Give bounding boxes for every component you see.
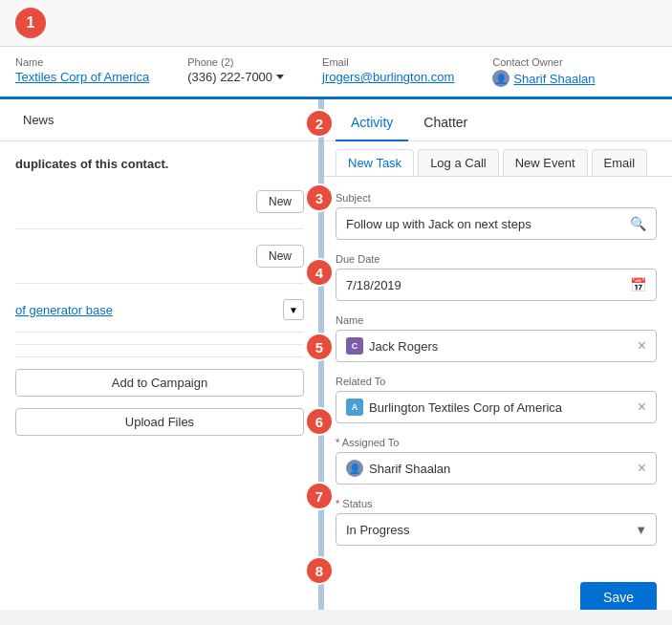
contact-name-value[interactable]: Textiles Corp of America (15, 70, 149, 84)
name-label: Name (15, 56, 149, 68)
related-to-entity-value: Burlington Textiles Corp of America (369, 400, 562, 415)
due-date-group: Due Date 7/18/2019 📅 (336, 253, 657, 301)
add-to-campaign-button[interactable]: Add to Campaign (15, 369, 304, 397)
name-entity-value: Jack Rogers (369, 339, 438, 354)
owner-label: Contact Owner (492, 56, 595, 68)
phone-value: (336) 222-7000 (187, 70, 272, 84)
owner-name: Sharif Shaalan (513, 72, 595, 86)
email-value[interactable]: jrogers@burlington.com (322, 70, 454, 84)
generator-link[interactable]: of generator base (15, 303, 113, 317)
generator-row: of generator base ▼ (15, 299, 304, 320)
name-input[interactable]: C Jack Rogers × (336, 330, 657, 362)
generator-dropdown[interactable]: ▼ (283, 299, 304, 320)
contact-owner-field: Contact Owner 👤 Sharif Shaalan (492, 56, 595, 87)
assigned-to-value: Sharif Shaalan (369, 462, 450, 476)
contact-bar: Name Textiles Corp of America Phone (2) … (0, 47, 672, 99)
chevron-down-icon: ▼ (289, 305, 298, 315)
tab-activity[interactable]: Activity (336, 105, 408, 141)
action-tab-new-event[interactable]: New Event (503, 149, 588, 176)
related-to-group: Related To A Burlington Textiles Corp of… (336, 376, 657, 423)
section-row-1: New (15, 190, 304, 229)
related-to-input[interactable]: A Burlington Textiles Corp of America × (336, 391, 657, 423)
name-entity-pill: C Jack Rogers (346, 337, 438, 355)
email-label: Email (322, 56, 454, 68)
step-8-badge: 8 (305, 556, 334, 585)
owner-value-container[interactable]: 👤 Sharif Shaalan (492, 70, 595, 87)
assigned-to-clear-icon[interactable]: × (638, 460, 646, 477)
status-select[interactable]: New In Progress Completed Waiting on som… (336, 513, 657, 546)
owner-avatar: 👤 (492, 70, 509, 87)
status-group: Status New In Progress Completed Waiting… (336, 498, 657, 546)
save-row: Save (320, 574, 672, 610)
step-5-badge: 5 (305, 333, 334, 361)
calendar-icon: 📅 (630, 277, 646, 292)
main-content: News duplicates of this contact. New New… (0, 99, 672, 610)
task-form: Subject 🔍 Due Date 7/18/2019 📅 Name (320, 177, 672, 574)
steps-circles: 2 3 4 5 6 7 8 9 (305, 109, 334, 625)
related-to-clear-icon[interactable]: × (638, 399, 646, 416)
subject-text-input[interactable] (346, 217, 630, 231)
assigned-to-avatar: 👤 (346, 460, 363, 477)
action-tab-email[interactable]: Email (592, 149, 648, 176)
due-date-label: Due Date (336, 253, 657, 265)
assigned-to-group: Assigned To 👤 Sharif Shaalan × (336, 437, 657, 485)
contact-icon: C (346, 337, 363, 355)
action-tab-new-task[interactable]: New Task (336, 149, 414, 176)
separator-1 (15, 332, 304, 333)
assigned-to-label: Assigned To (336, 437, 657, 448)
subject-label: Subject (336, 192, 657, 204)
contact-name-field: Name Textiles Corp of America (15, 56, 149, 84)
step-7-badge: 7 (305, 482, 334, 510)
step-6-badge: 6 (305, 407, 334, 436)
left-content: duplicates of this contact. New New of g… (0, 141, 319, 463)
account-icon: A (346, 399, 363, 416)
due-date-input[interactable]: 7/18/2019 📅 (336, 269, 657, 301)
separator-2 (15, 344, 304, 345)
subject-group: Subject 🔍 (336, 192, 657, 240)
phone-value-container: (336) 222-7000 (187, 70, 284, 84)
assigned-to-input[interactable]: 👤 Sharif Shaalan × (336, 452, 657, 485)
left-panel: News duplicates of this contact. New New… (0, 99, 320, 610)
step-4-badge: 4 (305, 258, 334, 287)
new-button-2[interactable]: New (256, 245, 304, 268)
action-tabs: New Task Log a Call New Event Email (320, 141, 672, 177)
duplicate-text: duplicates of this contact. (15, 157, 304, 171)
tab-chatter[interactable]: Chatter (408, 105, 483, 141)
top-header: 1 (0, 0, 672, 47)
contact-email-field: Email jrogers@burlington.com (322, 56, 454, 84)
related-to-entity-pill: A Burlington Textiles Corp of America (346, 399, 562, 416)
status-select-wrapper: New In Progress Completed Waiting on som… (336, 513, 657, 546)
separator-3 (15, 356, 304, 357)
status-label: Status (336, 498, 657, 509)
assigned-to-pill: 👤 Sharif Shaalan (346, 460, 450, 477)
left-tabs: News (0, 99, 319, 141)
step-2-badge: 2 (305, 109, 334, 138)
name-field-label: Name (336, 314, 657, 326)
name-group: Name C Jack Rogers × (336, 314, 657, 362)
due-date-value: 7/18/2019 (346, 278, 401, 292)
action-tab-log-call[interactable]: Log a Call (418, 149, 499, 176)
step-1-badge: 1 (15, 8, 46, 38)
right-tabs-header: Activity Chatter (320, 99, 672, 141)
section-row-2: New (15, 245, 304, 284)
right-panel: Activity Chatter New Task Log a Call New… (320, 99, 672, 610)
subject-input[interactable]: 🔍 (336, 207, 657, 240)
new-button-1[interactable]: New (256, 190, 304, 213)
contact-phone-field: Phone (2) (336) 222-7000 (187, 56, 284, 84)
related-to-label: Related To (336, 376, 657, 387)
search-icon: 🔍 (630, 216, 646, 231)
name-clear-icon[interactable]: × (638, 337, 646, 355)
step-3-badge: 3 (305, 183, 334, 212)
phone-label: Phone (2) (187, 56, 284, 68)
upload-files-button[interactable]: Upload Files (15, 408, 304, 436)
phone-dropdown-arrow[interactable] (276, 75, 284, 79)
tab-news[interactable]: News (15, 101, 62, 139)
save-button[interactable]: Save (580, 582, 657, 610)
